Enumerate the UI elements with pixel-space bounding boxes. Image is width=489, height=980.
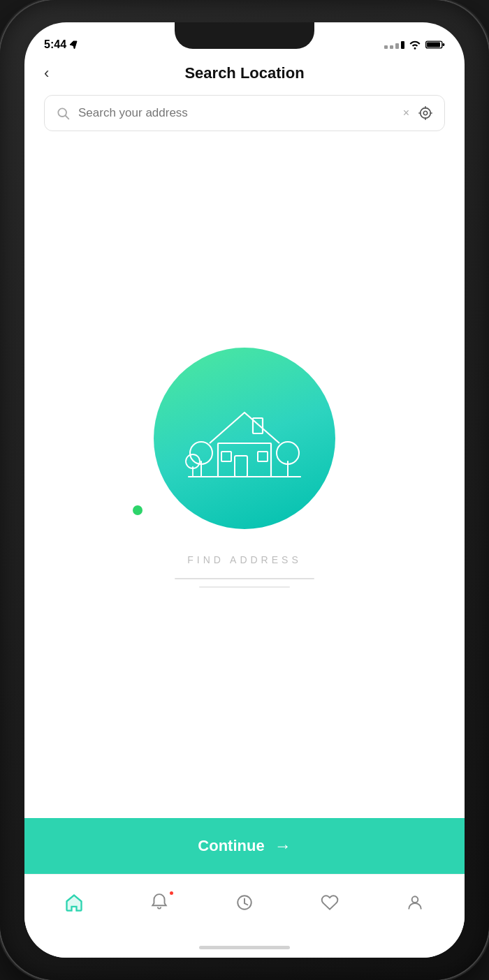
wifi-icon <box>409 40 421 50</box>
svg-rect-16 <box>258 452 268 461</box>
notch <box>175 22 314 49</box>
house-svg <box>182 386 307 491</box>
house-illustration-wrap <box>154 348 335 529</box>
nav-item-home[interactable] <box>31 891 117 914</box>
clear-icon[interactable]: × <box>403 107 409 119</box>
profile-icon <box>404 891 426 914</box>
battery-icon <box>425 40 445 50</box>
bottom-nav <box>24 874 465 937</box>
search-input[interactable] <box>78 106 395 120</box>
address-line-2 <box>199 586 290 588</box>
bell-icon <box>148 891 170 914</box>
gps-location-icon[interactable] <box>418 105 433 121</box>
house-circle <box>154 348 335 529</box>
time-display: 5:44 <box>44 38 66 51</box>
search-icon <box>56 106 70 120</box>
svg-point-6 <box>423 111 428 115</box>
heart-icon <box>319 891 341 914</box>
nav-item-profile[interactable] <box>372 891 458 914</box>
nav-item-favorites[interactable] <box>287 891 372 914</box>
page-title: Search Location <box>184 64 304 82</box>
svg-rect-1 <box>427 43 440 47</box>
green-dot <box>133 505 143 515</box>
signal-icon <box>384 41 404 49</box>
home-icon <box>63 891 85 914</box>
svg-rect-2 <box>443 43 445 46</box>
svg-rect-12 <box>218 443 271 477</box>
nav-item-notifications[interactable] <box>117 891 202 914</box>
clock-icon <box>233 891 256 914</box>
nav-item-clock[interactable] <box>202 891 287 914</box>
continue-arrow-icon: → <box>275 836 291 856</box>
phone-frame: 5:44 <box>0 0 489 980</box>
header: ‹ Search Location <box>24 57 465 95</box>
status-icons <box>384 40 445 50</box>
search-container: × <box>44 95 445 131</box>
home-indicator <box>24 937 465 958</box>
find-address-label: FIND ADDRESS <box>187 554 301 565</box>
svg-line-25 <box>245 903 247 905</box>
status-time: 5:44 <box>44 38 78 51</box>
svg-point-5 <box>421 108 431 119</box>
search-bar[interactable]: × <box>44 95 445 131</box>
address-line-1 <box>175 578 314 579</box>
back-button[interactable]: ‹ <box>44 64 49 82</box>
home-bar <box>199 946 290 949</box>
continue-button[interactable]: Continue → <box>24 818 465 874</box>
main-content: FIND ADDRESS <box>24 145 465 818</box>
svg-point-26 <box>412 896 418 903</box>
svg-rect-14 <box>235 456 247 477</box>
location-arrow-icon <box>69 40 78 49</box>
notification-badge <box>168 890 175 896</box>
continue-label: Continue <box>198 837 264 855</box>
phone-screen: 5:44 <box>24 22 465 958</box>
svg-rect-15 <box>221 452 231 461</box>
svg-line-4 <box>66 116 69 119</box>
